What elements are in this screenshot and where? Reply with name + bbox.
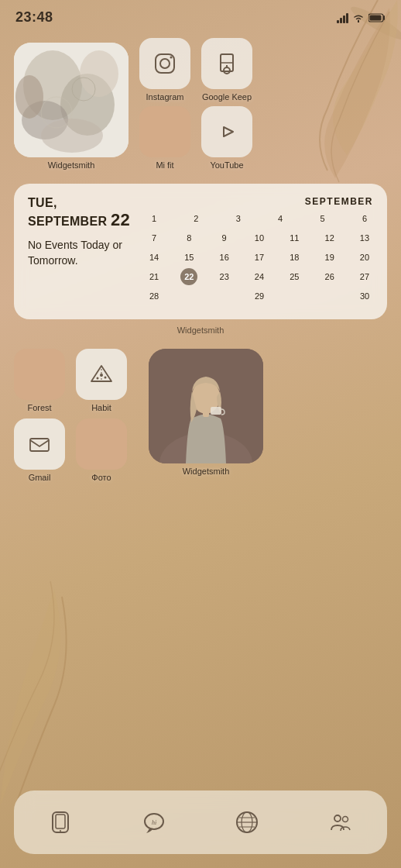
mi-fit-app[interactable]: Mi fit <box>139 106 190 170</box>
google-keep-icon <box>201 38 252 89</box>
widgetsmith-app[interactable]: Widgetsmith <box>14 43 129 170</box>
dock-safari[interactable] <box>224 800 269 845</box>
cal-day: 27 <box>356 268 373 285</box>
cal-day: 14 <box>146 249 163 266</box>
widgetsmith2-app[interactable]: Widgetsmith <box>149 349 263 476</box>
dock-messages[interactable]: hi <box>132 800 177 845</box>
youtube-app[interactable]: YouTube <box>201 106 252 170</box>
second-app-row: Forest Habit <box>14 349 387 482</box>
calendar-no-events: No Events Today or Tomorrow. <box>28 238 136 268</box>
google-keep-label: Google Keep <box>202 92 252 102</box>
cal-day: 19 <box>321 249 338 266</box>
svg-point-7 <box>80 50 118 97</box>
gmail-app[interactable]: Gmail <box>14 418 65 482</box>
forest-app[interactable]: Forest <box>14 349 65 412</box>
apps-row-4: Gmail Фото <box>14 418 127 482</box>
svg-point-18 <box>100 374 103 377</box>
svg-marker-17 <box>224 127 233 136</box>
cal-day: 7 <box>146 229 163 246</box>
foto-icon <box>76 418 127 470</box>
cal-day: 8 <box>180 229 197 246</box>
cal-day: 10 <box>251 229 268 246</box>
widgetsmith-art <box>14 43 129 157</box>
foto-label: Фото <box>91 473 111 482</box>
widgetsmith2-label: Widgetsmith <box>183 467 230 476</box>
top-right-apps: Instagram Google Keep <box>139 38 252 170</box>
cal-day: 5 <box>314 210 331 227</box>
svg-point-38 <box>342 817 348 822</box>
cal-day: 6 <box>356 210 373 227</box>
apps-row-1: Instagram Google Keep <box>139 38 252 102</box>
cal-day: 15 <box>180 249 197 266</box>
cal-day: 1 <box>146 210 163 227</box>
cal-day: 18 <box>286 249 303 266</box>
youtube-label: YouTube <box>210 160 243 170</box>
svg-rect-26 <box>203 411 209 417</box>
cal-day: 30 <box>356 288 373 305</box>
mi-fit-icon <box>139 106 190 157</box>
foto-app[interactable]: Фото <box>76 418 127 482</box>
second-row-left-apps: Forest Habit <box>14 349 127 482</box>
svg-point-20 <box>105 377 107 379</box>
instagram-icon <box>139 38 190 89</box>
cal-day: 24 <box>251 268 268 285</box>
cal-day: 16 <box>216 249 233 266</box>
dock-contacts[interactable] <box>318 800 363 845</box>
svg-point-14 <box>170 57 173 59</box>
google-keep-app[interactable]: Google Keep <box>201 38 252 102</box>
dock: hi <box>14 790 387 854</box>
calendar-grid: 1 2 3 4 5 6 7 8 9 10 11 12 13 <box>146 210 373 305</box>
cal-day: 9 <box>216 229 233 246</box>
svg-point-37 <box>334 815 341 822</box>
status-icons <box>337 12 386 23</box>
battery-icon <box>368 13 386 22</box>
cal-day-today: 22 <box>180 268 197 285</box>
habit-app[interactable]: Habit <box>76 349 127 412</box>
top-app-row: Widgetsmith Instagram <box>14 38 387 170</box>
cal-day: 26 <box>321 268 338 285</box>
dock-phone[interactable] <box>38 800 83 845</box>
instagram-label: Instagram <box>146 92 184 102</box>
gmail-icon <box>14 418 65 470</box>
widgetsmith-large-widget <box>149 349 263 463</box>
cal-day: 3 <box>230 210 247 227</box>
habit-label: Habit <box>91 403 111 412</box>
status-time: 23:48 <box>15 9 53 26</box>
cal-day: 17 <box>251 249 268 266</box>
svg-point-19 <box>97 377 99 380</box>
svg-rect-2 <box>370 15 382 20</box>
cal-day: 13 <box>356 229 373 246</box>
cal-day: 4 <box>272 210 289 227</box>
forest-icon <box>14 349 65 400</box>
calendar-date-header: TUE, SEPTEMBER 22 <box>28 196 136 230</box>
svg-point-29 <box>60 830 61 832</box>
svg-rect-28 <box>56 815 65 828</box>
svg-rect-27 <box>53 812 68 832</box>
calendar-month-title: SEPTEMBER <box>146 196 373 207</box>
svg-rect-25 <box>211 407 221 415</box>
cal-day: 21 <box>146 268 163 285</box>
cal-day: 29 <box>251 288 268 305</box>
svg-text:hi: hi <box>152 819 156 826</box>
calendar-left: TUE, SEPTEMBER 22 No Events Today or Tom… <box>28 196 136 307</box>
forest-label: Forest <box>27 403 51 412</box>
cal-day: 12 <box>321 229 338 246</box>
mi-fit-label: Mi fit <box>156 160 173 170</box>
widgetsmith-widget <box>14 43 129 157</box>
apps-row-3: Forest Habit <box>14 349 127 412</box>
calendar-widget-label: Widgetsmith <box>14 326 387 335</box>
cal-day: 28 <box>146 288 163 305</box>
svg-point-9 <box>15 75 43 119</box>
cal-day: 23 <box>216 268 233 285</box>
cal-day: 25 <box>286 268 303 285</box>
cal-day: 2 <box>187 210 204 227</box>
screen-content: Widgetsmith Instagram <box>0 38 401 482</box>
apps-row-2: Mi fit YouTube <box>139 106 252 170</box>
calendar-widget: TUE, SEPTEMBER 22 No Events Today or Tom… <box>14 184 387 319</box>
svg-point-13 <box>160 59 170 68</box>
cal-day: 11 <box>286 229 303 246</box>
gmail-label: Gmail <box>29 473 51 482</box>
calendar-grid-container: SEPTEMBER 1 2 3 4 5 6 7 8 9 <box>146 196 373 307</box>
signal-icon <box>337 12 348 23</box>
instagram-app[interactable]: Instagram <box>139 38 190 102</box>
